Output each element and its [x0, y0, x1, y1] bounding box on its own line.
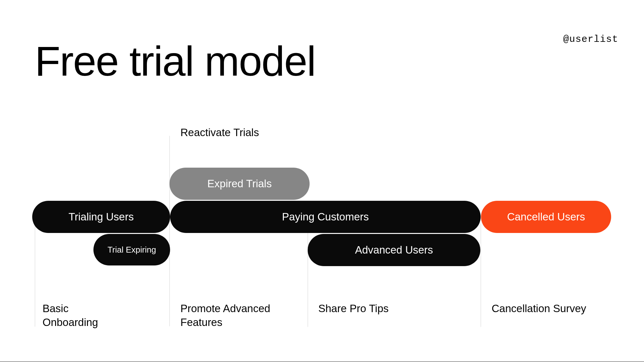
label-cancellation-survey: Cancellation Survey	[492, 302, 601, 316]
divider-line	[169, 136, 170, 326]
label-reactivate-trials: Reactivate Trials	[180, 126, 259, 139]
label-promote-advanced-features: Promote Advanced Features	[180, 302, 287, 330]
label-basic-onboarding: Basic Onboarding	[43, 302, 120, 330]
pill-trial-expiring: Trial Expiring	[93, 234, 170, 265]
pill-expired-trials: Expired Trials	[169, 168, 310, 200]
divider-line	[308, 222, 308, 327]
free-trial-diagram: Reactivate Trials Expired Trials Trialin…	[0, 0, 644, 362]
label-share-pro-tips: Share Pro Tips	[318, 302, 415, 316]
pill-advanced-users: Advanced Users	[308, 234, 480, 266]
divider-line	[35, 222, 35, 327]
pill-cancelled-users: Cancelled Users	[481, 201, 611, 233]
divider-line	[481, 222, 481, 327]
pill-paying-customers: Paying Customers	[170, 201, 481, 233]
pill-trialing-users: Trialing Users	[32, 201, 170, 233]
